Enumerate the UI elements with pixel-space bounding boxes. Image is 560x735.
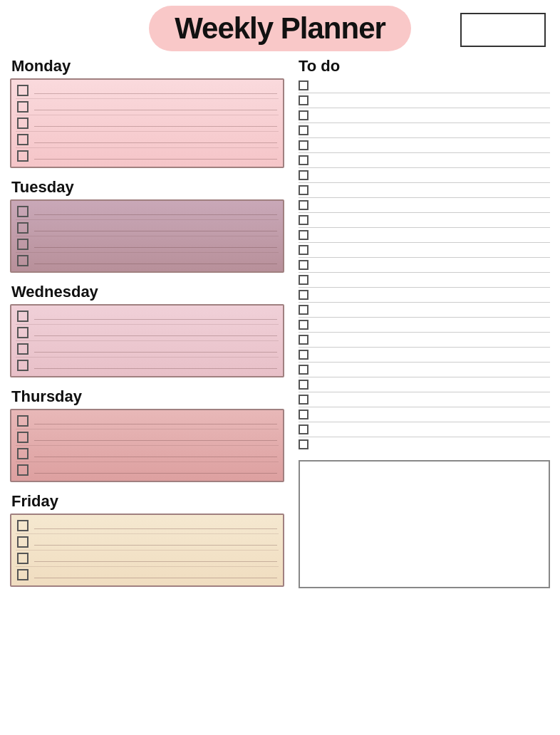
thursday-checkbox-2[interactable]: [17, 432, 28, 443]
tuesday-row-1: [16, 204, 279, 220]
todo-line-11: [314, 235, 550, 236]
friday-checkbox-4[interactable]: [17, 569, 28, 580]
todo-line-18: [314, 340, 550, 340]
todo-line-19: [314, 355, 550, 355]
todo-checkbox-7[interactable]: [299, 170, 308, 180]
monday-section: Monday: [10, 57, 284, 168]
friday-row-2: [16, 534, 279, 551]
todo-checkbox-22[interactable]: [299, 395, 308, 405]
todo-checkbox-23[interactable]: [299, 410, 308, 419]
title-bubble: Weekly Planner: [149, 6, 411, 51]
todo-line-21: [314, 385, 550, 385]
todo-line-1: [314, 85, 550, 86]
todo-checkbox-21[interactable]: [299, 380, 308, 390]
todo-checkbox-4[interactable]: [299, 125, 308, 135]
todo-checkbox-11[interactable]: [299, 230, 308, 240]
monday-checkbox-4[interactable]: [17, 134, 28, 145]
tuesday-line-3: [34, 247, 277, 248]
todo-row-15: [299, 288, 550, 303]
todo-row-1: [299, 78, 550, 93]
friday-checkbox-3[interactable]: [17, 553, 28, 564]
friday-row-3: [16, 551, 279, 567]
todo-checkbox-24[interactable]: [299, 424, 308, 434]
todo-checkbox-6[interactable]: [299, 155, 308, 165]
todo-checkbox-9[interactable]: [299, 200, 308, 210]
todo-row-20: [299, 363, 550, 377]
right-column: To do: [291, 57, 550, 597]
todo-row-24: [299, 422, 550, 437]
monday-checkbox-3[interactable]: [17, 118, 28, 129]
todo-line-15: [314, 295, 550, 296]
todo-row-22: [299, 392, 550, 407]
todo-checkbox-13[interactable]: [299, 260, 308, 270]
todo-row-21: [299, 377, 550, 392]
thursday-line-3: [34, 457, 277, 457]
todo-line-17: [314, 325, 550, 325]
wednesday-checkbox-3[interactable]: [17, 343, 28, 355]
todo-checkbox-20[interactable]: [299, 365, 308, 375]
thursday-row-3: [16, 446, 279, 462]
wednesday-label: Wednesday: [10, 283, 284, 301]
wednesday-checkbox-4[interactable]: [17, 360, 28, 371]
thursday-checkbox-4[interactable]: [17, 464, 28, 476]
thursday-checkbox-1[interactable]: [17, 415, 28, 427]
wednesday-checkbox-1[interactable]: [17, 311, 28, 322]
friday-checkbox-2[interactable]: [17, 536, 28, 548]
thursday-row-1: [16, 413, 279, 429]
thursday-checkbox-3[interactable]: [17, 448, 28, 459]
todo-checkbox-1[interactable]: [299, 80, 308, 90]
friday-line-4: [34, 578, 277, 578]
tuesday-line-2: [34, 231, 277, 231]
todo-checkbox-5[interactable]: [299, 140, 308, 150]
tuesday-checkbox-2[interactable]: [17, 222, 28, 234]
todo-checkbox-2[interactable]: [299, 95, 308, 105]
friday-line-2: [34, 545, 277, 546]
todo-line-25: [314, 444, 550, 445]
monday-row-1: [16, 83, 279, 99]
todo-checkbox-25[interactable]: [299, 439, 308, 449]
todo-line-9: [314, 205, 550, 206]
monday-row-5: [16, 148, 279, 164]
tuesday-line-1: [34, 214, 277, 215]
wednesday-line-2: [34, 335, 277, 336]
todo-checkbox-12[interactable]: [299, 245, 308, 255]
wednesday-row-1: [16, 308, 279, 325]
thursday-row-2: [16, 429, 279, 446]
wednesday-line-3: [34, 352, 277, 353]
todo-row-16: [299, 303, 550, 318]
notes-box[interactable]: [299, 460, 550, 588]
monday-line-3: [34, 126, 277, 127]
tuesday-checkbox-3[interactable]: [17, 239, 28, 250]
monday-row-4: [16, 132, 279, 148]
friday-line-3: [34, 561, 277, 562]
todo-checkbox-10[interactable]: [299, 215, 308, 225]
monday-checkbox-5[interactable]: [17, 150, 28, 162]
todo-checkbox-17[interactable]: [299, 320, 308, 330]
todo-checkbox-16[interactable]: [299, 305, 308, 315]
friday-checkbox-1[interactable]: [17, 520, 28, 531]
wednesday-checkbox-2[interactable]: [17, 327, 28, 338]
friday-row-1: [16, 518, 279, 534]
tuesday-checkbox-4[interactable]: [17, 255, 28, 266]
monday-checkbox-2[interactable]: [17, 101, 28, 113]
thursday-line-1: [34, 424, 277, 424]
todo-checkbox-15[interactable]: [299, 290, 308, 300]
todo-checkbox-19[interactable]: [299, 350, 308, 360]
todo-checkbox-3[interactable]: [299, 110, 308, 120]
todo-row-14: [299, 273, 550, 288]
monday-line-4: [34, 142, 277, 143]
todo-checkbox-14[interactable]: [299, 275, 308, 285]
wednesday-line-4: [34, 368, 277, 369]
todo-line-8: [314, 190, 550, 191]
header-input-box[interactable]: [460, 13, 546, 47]
todo-checkbox-18[interactable]: [299, 335, 308, 345]
monday-checkbox-1[interactable]: [17, 85, 28, 96]
friday-box: [10, 514, 284, 587]
todo-checkbox-8[interactable]: [299, 185, 308, 195]
todo-line-4: [314, 130, 550, 131]
todo-line-14: [314, 280, 550, 281]
tuesday-section: Tuesday: [10, 178, 284, 273]
todo-row-11: [299, 228, 550, 243]
tuesday-checkbox-1[interactable]: [17, 206, 28, 217]
todo-line-10: [314, 220, 550, 221]
